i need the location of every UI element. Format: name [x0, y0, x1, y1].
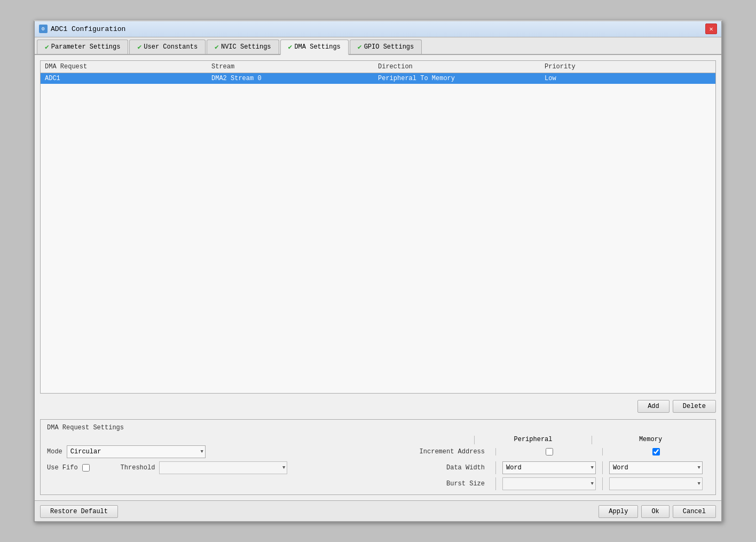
- data-width-section: Data Width Word Byte Half Word: [446, 461, 709, 474]
- data-width-label: Data Width: [446, 464, 485, 472]
- tab-check-icon: ✔: [215, 43, 219, 51]
- threshold-select[interactable]: [159, 461, 287, 474]
- mode-label: Mode: [47, 448, 62, 455]
- add-button[interactable]: Add: [637, 400, 670, 413]
- bottom-bar: Restore Default Apply Ok Cancel: [35, 500, 721, 521]
- tab-nvic-settings[interactable]: ✔ NVIC Settings: [207, 40, 279, 54]
- col-headers: Peripheral Memory: [47, 436, 709, 444]
- main-window: ⚙ ADC1 Configuration ✕ ✔ Parameter Setti…: [34, 20, 722, 522]
- threshold-label: Threshold: [121, 464, 155, 472]
- tab-user-constants[interactable]: ✔ User Constants: [129, 40, 206, 54]
- window-icon: ⚙: [39, 25, 48, 33]
- use-fifo-checkbox[interactable]: [82, 464, 90, 472]
- tab-gpio-settings[interactable]: ✔ GPIO Settings: [350, 40, 422, 54]
- mode-section: Mode Circular Normal: [47, 445, 420, 458]
- table-body: ADC1 DMA2 Stream 0 Peripheral To Memory …: [41, 73, 715, 393]
- burst-size-label: Burst Size: [446, 480, 485, 488]
- mode-select[interactable]: Circular Normal: [67, 445, 206, 458]
- peripheral-data-width-wrapper[interactable]: Word Byte Half Word: [502, 461, 596, 474]
- fifo-section: Use Fifo Threshold: [47, 461, 446, 474]
- mode-select-wrapper[interactable]: Circular Normal: [67, 445, 206, 458]
- tab-user-constants-label: User Constants: [144, 43, 198, 51]
- memory-data-width-wrapper[interactable]: Word Byte Half Word: [609, 461, 703, 474]
- window-title: ADC1 Configuration: [51, 25, 705, 33]
- settings-title: DMA Request Settings: [47, 424, 709, 431]
- mode-row: Mode Circular Normal Increment Address: [47, 445, 709, 458]
- add-delete-toolbar: Add Delete: [40, 398, 716, 415]
- col-dma-request: DMA Request: [45, 63, 211, 70]
- peripheral-header: Peripheral: [474, 436, 592, 444]
- memory-burst-wrapper[interactable]: [609, 477, 703, 490]
- memory-burst-col: [602, 477, 709, 490]
- peripheral-burst-select[interactable]: [502, 477, 596, 490]
- memory-data-width-select[interactable]: Word Byte Half Word: [609, 461, 703, 474]
- table-header: DMA Request Stream Direction Priority: [41, 61, 715, 73]
- threshold-select-wrapper[interactable]: [159, 461, 287, 474]
- burst-section: Burst Size: [446, 477, 709, 490]
- dma-table: DMA Request Stream Direction Priority AD…: [40, 60, 716, 394]
- tab-check-icon: ✔: [288, 43, 293, 51]
- tab-parameter-label: Parameter Settings: [51, 43, 121, 51]
- restore-default-button[interactable]: Restore Default: [40, 505, 118, 518]
- tab-check-icon: ✔: [358, 43, 362, 51]
- increment-address-label: Increment Address: [420, 448, 485, 455]
- burst-row: Burst Size: [47, 477, 709, 490]
- dma-request-settings: DMA Request Settings Peripheral Memory M…: [40, 419, 716, 495]
- tab-dma-label: DMA Settings: [294, 43, 340, 51]
- apply-button[interactable]: Apply: [598, 505, 638, 518]
- fifo-row: Use Fifo Threshold Data Width Wor: [47, 461, 709, 474]
- title-bar: ⚙ ADC1 Configuration ✕: [35, 21, 721, 37]
- tab-nvic-label: NVIC Settings: [221, 43, 271, 51]
- cell-direction: Peripheral To Memory: [378, 75, 545, 82]
- memory-header: Memory: [592, 436, 709, 444]
- col-priority: Priority: [545, 63, 711, 70]
- ok-button[interactable]: Ok: [641, 505, 669, 518]
- peripheral-data-width-select[interactable]: Word Byte Half Word: [502, 461, 596, 474]
- increment-section: Increment Address: [420, 448, 709, 455]
- tab-check-icon: ✔: [137, 43, 141, 51]
- peripheral-increment-checkbox[interactable]: [546, 448, 553, 455]
- memory-burst-select[interactable]: [609, 477, 703, 490]
- peripheral-burst-col: [495, 477, 602, 490]
- close-button[interactable]: ✕: [705, 23, 717, 34]
- main-content: DMA Request Stream Direction Priority AD…: [35, 55, 721, 500]
- peripheral-increment-col: [495, 448, 602, 455]
- cell-priority: Low: [545, 75, 711, 82]
- cell-stream: DMA2 Stream 0: [211, 75, 378, 82]
- col-direction: Direction: [378, 63, 545, 70]
- memory-increment-col: [602, 448, 709, 455]
- tab-gpio-label: GPIO Settings: [364, 43, 414, 51]
- tab-check-icon: ✔: [45, 43, 49, 51]
- peripheral-burst-wrapper[interactable]: [502, 477, 596, 490]
- col-stream: Stream: [211, 63, 378, 70]
- tab-parameter-settings[interactable]: ✔ Parameter Settings: [37, 40, 128, 54]
- memory-data-width-col: Word Byte Half Word: [602, 461, 709, 474]
- cell-dma-request: ADC1: [45, 75, 211, 82]
- cancel-button[interactable]: Cancel: [673, 505, 716, 518]
- tab-dma-settings[interactable]: ✔ DMA Settings: [280, 40, 349, 55]
- delete-button[interactable]: Delete: [673, 400, 716, 413]
- tab-bar: ✔ Parameter Settings ✔ User Constants ✔ …: [35, 37, 721, 55]
- use-fifo-label: Use Fifo: [47, 464, 78, 472]
- table-row[interactable]: ADC1 DMA2 Stream 0 Peripheral To Memory …: [41, 73, 715, 84]
- memory-increment-checkbox[interactable]: [652, 448, 660, 455]
- peripheral-data-width-col: Word Byte Half Word: [495, 461, 602, 474]
- bottom-right-buttons: Apply Ok Cancel: [598, 505, 716, 518]
